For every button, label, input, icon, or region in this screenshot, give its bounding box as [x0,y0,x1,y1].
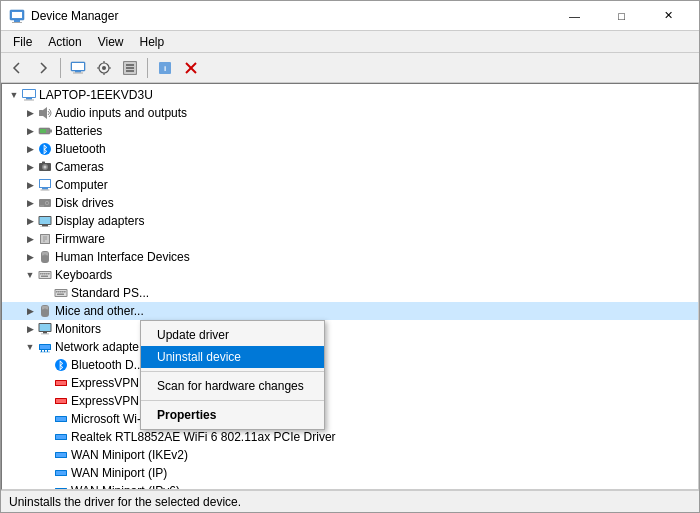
mice-arrow[interactable]: ▶ [22,303,38,319]
tree-item-wan-ipv6[interactable]: ▶ WAN Miniport (IPv6) [2,482,698,489]
tree-item-batteries[interactable]: ▶ Batteries [2,122,698,140]
svg-rect-73 [64,291,66,293]
tree-item-expressvpn2[interactable]: ▶ ExpressVPN Wintun Driver [2,392,698,410]
svg-rect-70 [58,291,60,293]
tree-root[interactable]: ▼ LAPTOP-1EEKVD3U [2,86,698,104]
wan-ip-icon [54,466,68,480]
forward-button[interactable] [31,56,55,80]
display-label: Display adapters [55,214,144,228]
svg-rect-80 [40,324,51,331]
tree-item-bluetooth[interactable]: ▶ ᛒ Bluetooth [2,140,698,158]
monitors-arrow[interactable]: ▶ [22,321,38,337]
svg-rect-64 [46,273,48,275]
audio-arrow[interactable]: ▶ [22,105,38,121]
properties-btn[interactable]: i [153,56,177,80]
menu-bar: File Action View Help [1,31,699,53]
wan-ikev2-label: WAN Miniport (IKEv2) [71,448,188,462]
svg-rect-69 [56,291,58,293]
hid-arrow[interactable]: ▶ [22,249,38,265]
svg-rect-45 [40,206,44,207]
scan-btn[interactable] [92,56,116,80]
status-bar: Uninstalls the driver for the selected d… [1,490,699,512]
cameras-label: Cameras [55,160,104,174]
root-expand-arrow[interactable]: ▼ [6,87,22,103]
device-tree[interactable]: ▼ LAPTOP-1EEKVD3U ▶ Audio inpu [2,84,698,489]
batteries-arrow[interactable]: ▶ [22,123,38,139]
back-button[interactable] [5,56,29,80]
menu-file[interactable]: File [5,33,40,51]
disk-arrow[interactable]: ▶ [22,195,38,211]
svg-rect-92 [56,381,66,385]
tree-item-keyboards[interactable]: ▼ Keyboards [2,266,698,284]
keyboards-arrow[interactable]: ▼ [22,267,38,283]
svg-rect-25 [26,98,32,100]
app-icon [9,8,25,24]
menu-view[interactable]: View [90,33,132,51]
svg-rect-47 [40,217,51,224]
display-arrow[interactable]: ▶ [22,213,38,229]
tree-item-hid[interactable]: ▶ Human Interface Devices [2,248,698,266]
tree-item-wan-ikev2[interactable]: ▶ WAN Miniport (IKEv2) [2,446,698,464]
wifi-direct-icon [54,412,68,426]
svg-rect-1 [12,12,22,18]
firmware-arrow[interactable]: ▶ [22,231,38,247]
bluetooth-label: Bluetooth [55,142,106,156]
tree-item-firmware[interactable]: ▶ Firmware [2,230,698,248]
computer-arrow[interactable]: ▶ [22,177,38,193]
tree-item-bt-d[interactable]: ▶ ᛒ Bluetooth D... [2,356,698,374]
tree-item-display[interactable]: ▶ Display adapters [2,212,698,230]
tree-item-realtek[interactable]: ▶ Realtek RTL8852AE WiFi 6 802.11ax PCIe… [2,428,698,446]
toolbar: i [1,53,699,83]
svg-rect-72 [62,291,64,293]
close-button[interactable]: ✕ [646,1,691,31]
title-bar-left: Device Manager [9,8,118,24]
ctx-separator [141,371,324,372]
mice-label: Mice and other... [55,304,144,318]
vpn-icon2 [54,394,68,408]
tree-item-monitors[interactable]: ▶ Monitors [2,320,698,338]
svg-rect-96 [56,417,66,421]
toolbar-sep2 [147,58,148,78]
tree-item-disk[interactable]: ▶ Disk drives [2,194,698,212]
main-content: ▼ LAPTOP-1EEKVD3U ▶ Audio inpu [1,83,699,490]
tree-item-computer[interactable]: ▶ Computer [2,176,698,194]
svg-rect-27 [39,110,43,116]
svg-text:ᛒ: ᛒ [42,144,48,155]
svg-rect-81 [43,332,47,334]
bluetooth-arrow[interactable]: ▶ [22,141,38,157]
tree-item-expressvpn1[interactable]: ▶ ExpressVPN ... [2,374,698,392]
delete-btn[interactable] [179,56,203,80]
bluetooth-icon: ᛒ [38,142,52,156]
menu-help[interactable]: Help [132,33,173,51]
network-arrow[interactable]: ▼ [22,339,38,355]
cameras-arrow[interactable]: ▶ [22,159,38,175]
tree-item-audio[interactable]: ▶ Audio inputs and outputs [2,104,698,122]
svg-rect-5 [72,63,84,70]
svg-rect-26 [24,100,34,101]
tree-item-cameras[interactable]: ▶ Cameras [2,158,698,176]
svg-rect-102 [56,471,66,475]
ctx-uninstall-device[interactable]: Uninstall device [141,346,324,368]
maximize-button[interactable]: □ [599,1,644,31]
svg-rect-7 [73,72,83,73]
tree-item-wan-ip[interactable]: ▶ WAN Miniport (IP) [2,464,698,482]
computer-icon-btn[interactable] [66,56,90,80]
firmware-label: Firmware [55,232,105,246]
ctx-update-driver[interactable]: Update driver [141,324,324,346]
minimize-button[interactable]: — [552,1,597,31]
tree-item-mice[interactable]: ▶ Mice and other... [2,302,698,320]
ctx-properties[interactable]: Properties [141,404,324,426]
tree-item-msft-wifi[interactable]: ▶ Microsoft Wi-Fi Direct Virtual Adapter… [2,410,698,428]
svg-rect-100 [56,453,66,457]
menu-action[interactable]: Action [40,33,89,51]
tree-item-standard-ps[interactable]: ▶ Standard PS... [2,284,698,302]
ctx-scan-hardware[interactable]: Scan for hardware changes [141,375,324,397]
wan-ipv6-icon [54,484,68,489]
wan-ip-label: WAN Miniport (IP) [71,466,167,480]
window-title: Device Manager [31,9,118,23]
tree-item-network[interactable]: ▼ Network adapte... [2,338,698,356]
update-btn[interactable] [118,56,142,80]
toolbar-sep1 [60,58,61,78]
mouse-icon [38,304,52,318]
svg-rect-24 [23,90,35,97]
